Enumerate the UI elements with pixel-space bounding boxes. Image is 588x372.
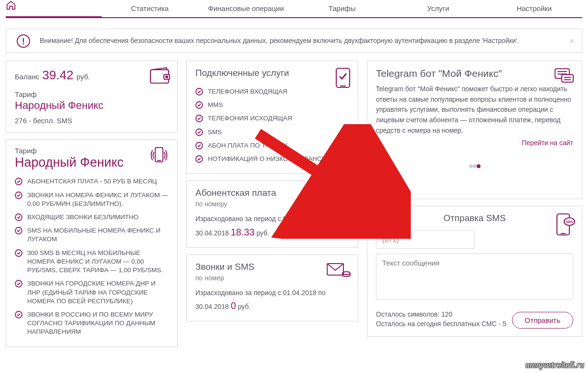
list-item: SMS [195,126,349,139]
fee-sub: по номеру [195,200,349,208]
fee-title: Абонентская плата [195,188,349,198]
home-icon [6,0,102,11]
list-item: SMS НА МОБИЛЬНЫЕ НОМЕРА ФЕНИКС И ЛУГАКОМ [15,224,169,246]
services-title: Подключенные услуги [195,68,349,78]
calls-card: Звонки и SMS по номер Израсходовано за п… [186,255,358,321]
check-icon [15,213,22,221]
check-icon [15,178,22,185]
tariff-details-card: Тариф Народный Феникс АБОНЕНТСКАЯ ПЛАТА … [6,139,178,347]
sms-message-input[interactable] [376,254,573,299]
calls-usage: Израсходовано за период с 01.04.2018 по … [195,287,349,313]
security-alert: ! Внимание! Для обеспечения безопасности… [6,29,582,53]
check-icon [15,191,22,199]
list-item: MMS [195,98,349,112]
phone-signal-icon [148,146,171,165]
svg-rect-3 [155,148,163,162]
telegram-title: Telegram бот "Мой Феникс" [376,68,573,79]
nav-home[interactable] [6,0,102,17]
tariff-name-link[interactable]: Народный Феникс [15,99,169,112]
balance-currency: руб. [76,73,90,81]
list-item: ЗВОНКИ НА НОМЕРА ФЕНИКС И ЛУГАКОМ — 0,00… [15,189,169,211]
svg-point-20 [331,189,348,194]
check-icon [195,88,203,96]
list-item: 300 SMS В МЕСЯЦ НА МОБИЛЬНЫЕ НОМЕРА ФЕНИ… [15,246,169,277]
list-item: ЗВОНКИ В РОССИЮ И ПО ВСЕМУ МИРУ СОГЛАСНО… [15,308,169,339]
check-icon [195,115,203,122]
tariff-details-label: Тариф [15,147,169,155]
tariff-label: Тариф [15,90,169,98]
telegram-link[interactable]: Перейти на сайт [522,139,573,147]
sms-phone-input[interactable] [376,230,475,249]
telegram-card: Telegram бот "Мой Феникс" Telegram бот "… [367,61,582,199]
sms-remaining: 276 - беспл. SMS [15,117,169,125]
check-icon [15,227,22,234]
sms-title: Отправка SMS [376,213,573,223]
list-item: НОТИФИКАЦИЯ О НИЗКОМ БАЛАНСЕ [195,152,349,166]
list-item: ЗВОНКИ НА ГОРОДСКИЕ НОМЕРА ДНР И ЛНР (ЕД… [15,277,169,308]
fee-amount: 18.33 [231,227,255,237]
list-item: ТЕЛЕФОНИЯ ВХОДЯЩАЯ [195,85,349,98]
fee-card: Абонентская плата по номеру Израсходован… [186,181,358,247]
nav-services[interactable]: Услуги [390,0,486,17]
chat-icon [553,67,575,86]
list-item: АБОНЕНТСКАЯ ПЛАТА - 50 РУБ В МЕСЯЦ [15,175,169,188]
check-icon [195,142,203,149]
check-icon [15,249,22,257]
balance-card: Баланс 39.42 руб. Тариф Народный Феникс … [6,61,178,133]
envelope-coins-icon [326,261,351,279]
sms-counters: Осталось символов: 120 Осталось на сегод… [376,310,506,329]
svg-text:SMS: SMS [566,220,573,223]
nav-tariffs[interactable]: Тарифы [294,0,390,17]
send-sms-button[interactable]: Отправить [512,312,573,329]
tariff-feature-list: АБОНЕНТСКАЯ ПЛАТА - 50 РУБ В МЕСЯЦ ЗВОНК… [15,175,169,339]
alert-text: Внимание! Для обеспечения безопасности в… [40,37,519,44]
sms-card: SMS Отправка SMS Осталось символов: 120 … [367,206,582,337]
balance-value: 39.42 [43,68,74,82]
alert-close-button[interactable]: × [569,35,574,48]
svg-point-2 [166,76,168,78]
watermark: umnyestroiteli.ru [525,360,584,370]
services-list: ТЕЛЕФОНИЯ ВХОДЯЩАЯ MMS ТЕЛЕФОНИЯ ИСХОДЯЩ… [195,85,349,166]
tariff-details-name: Народный Феникс [15,155,169,170]
nav-stats[interactable]: Статистика [102,0,198,17]
balance-label: Баланс [15,73,39,81]
fee-usage: Израсходовано за период с 01.04.2018 по … [195,213,349,239]
telegram-desc: Telegram бот "Мой Феникс" поможет быстро… [376,84,573,136]
services-card: Подключенные услуги ТЕЛЕФОНИЯ ВХОДЯЩАЯ M… [186,61,358,174]
wallet-icon [150,67,171,85]
nav-finance[interactable]: Финансовые операции [198,0,294,17]
carousel-dots[interactable] [376,161,573,170]
calls-amount: 0 [231,300,236,311]
warning-icon: ! [17,34,30,48]
list-item: ТЕЛЕФОНИЯ ИСХОДЯЩАЯ [195,112,349,125]
list-item: ВХОДЯЩИЕ ЗВОНКИ БЕЗЛИМИТНО [15,211,169,224]
phone-sms-icon: SMS [555,212,575,237]
nav-settings[interactable]: Настройки [486,0,582,17]
top-nav: Статистика Финансовые операции Тарифы Ус… [6,0,582,18]
coins-icon [328,187,351,205]
check-icon [15,280,22,287]
list-item: АБОН.ПЛАТА ПО ТАРИФУ [195,139,349,152]
svg-rect-26 [562,74,573,82]
check-icon [195,155,203,163]
check-icon [15,311,22,319]
check-icon [195,128,203,136]
check-icon [195,101,203,109]
